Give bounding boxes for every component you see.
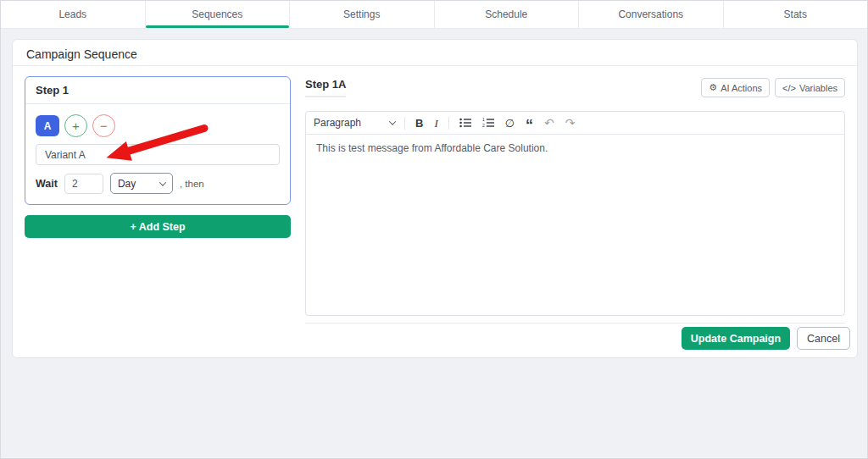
wait-value-input[interactable] <box>64 174 103 194</box>
bullet-list-icon <box>459 118 471 128</box>
wait-row: Wait Day , then <box>36 173 280 194</box>
plus-icon: + <box>72 119 80 132</box>
ai-actions-label: AI Actions <box>721 83 762 93</box>
cancel-button[interactable]: Cancel <box>797 327 850 350</box>
variant-a-button[interactable]: A <box>36 115 59 136</box>
panel-divider <box>305 323 845 324</box>
tab-label: Sequences <box>192 8 242 20</box>
remove-variant-button[interactable]: − <box>92 114 115 137</box>
step-title: Step 1 <box>25 77 290 104</box>
then-label: , then <box>180 179 204 189</box>
italic-button[interactable]: I <box>433 118 438 129</box>
block-quote-button[interactable]: “ <box>525 117 534 129</box>
tab-underline <box>724 25 868 28</box>
link-icon[interactable]: ∅ <box>504 118 515 129</box>
variant-row: A + − <box>36 114 280 137</box>
bullet-list-button[interactable] <box>459 118 472 128</box>
tab-leads[interactable]: Leads <box>1 1 146 28</box>
variables-label: Variables <box>799 83 837 93</box>
svg-text:2: 2 <box>482 123 485 128</box>
svg-text:1: 1 <box>482 118 485 122</box>
tab-label: Leads <box>58 8 86 20</box>
message-body-editor[interactable]: This is test message from Affordable Car… <box>306 135 844 317</box>
step-body: A + − Wait Day , then <box>25 104 290 204</box>
step-1a-panel: Step 1A ⚙ AI Actions </> Variables Parag… <box>305 78 845 324</box>
numbered-list-icon: 1 2 <box>482 118 494 128</box>
footer-actions: Update Campaign Cancel <box>682 327 850 350</box>
editor-toolbar: Paragraph B I 1 <box>306 112 844 135</box>
redo-button[interactable]: ↷ <box>565 117 576 129</box>
add-variant-button[interactable]: + <box>64 114 87 137</box>
tab-label: Conversations <box>618 8 683 20</box>
code-icon: </> <box>782 83 796 93</box>
tab-label: Stats <box>784 8 807 20</box>
panel-header: Step 1A ⚙ AI Actions </> Variables <box>305 78 845 100</box>
variables-button[interactable]: </> Variables <box>775 78 845 97</box>
active-tab-underline <box>146 25 290 28</box>
panel-title: Step 1A <box>305 78 346 97</box>
undo-button[interactable]: ↶ <box>543 117 555 129</box>
bold-button[interactable]: B <box>415 118 424 129</box>
wait-unit-select[interactable]: Day <box>110 173 173 194</box>
gear-icon: ⚙ <box>709 82 717 93</box>
tab-conversations[interactable]: Conversations <box>579 1 724 28</box>
campaign-sequence-card: Campaign Sequence Step 1 A + − Wait Day <box>12 39 858 358</box>
add-step-button[interactable]: + Add Step <box>25 215 291 238</box>
chevron-down-icon <box>389 118 396 124</box>
paragraph-style-dropdown[interactable]: Paragraph <box>314 117 395 129</box>
tab-schedule[interactable]: Schedule <box>435 1 580 28</box>
app-window: Leads Sequences Settings Schedule Conver… <box>0 0 868 459</box>
chevron-down-icon <box>159 179 166 185</box>
variant-name-input[interactable] <box>36 144 280 165</box>
tab-underline <box>435 25 579 28</box>
minus-icon: − <box>100 119 108 132</box>
tab-label: Schedule <box>485 8 527 20</box>
panel-actions: ⚙ AI Actions </> Variables <box>701 78 845 97</box>
wait-unit-value: Day <box>118 178 136 190</box>
toolbar-separator <box>448 117 449 130</box>
tab-settings[interactable]: Settings <box>290 1 435 28</box>
wait-label: Wait <box>36 178 58 190</box>
top-tabbar: Leads Sequences Settings Schedule Conver… <box>1 1 867 29</box>
tab-label: Settings <box>343 8 380 20</box>
toolbar-separator <box>404 117 405 130</box>
tab-underline <box>579 25 723 28</box>
step-1-card: Step 1 A + − Wait Day , then <box>25 76 291 205</box>
update-campaign-button[interactable]: Update Campaign <box>682 327 790 350</box>
tab-sequences[interactable]: Sequences <box>146 1 291 28</box>
paragraph-style-value: Paragraph <box>314 117 361 129</box>
tab-underline <box>1 25 145 28</box>
tab-stats[interactable]: Stats <box>724 1 868 28</box>
ai-actions-button[interactable]: ⚙ AI Actions <box>701 78 770 97</box>
tab-underline <box>290 25 434 28</box>
page-title: Campaign Sequence <box>13 40 857 66</box>
numbered-list-button[interactable]: 1 2 <box>481 118 495 128</box>
rich-text-editor: Paragraph B I 1 <box>305 111 845 316</box>
